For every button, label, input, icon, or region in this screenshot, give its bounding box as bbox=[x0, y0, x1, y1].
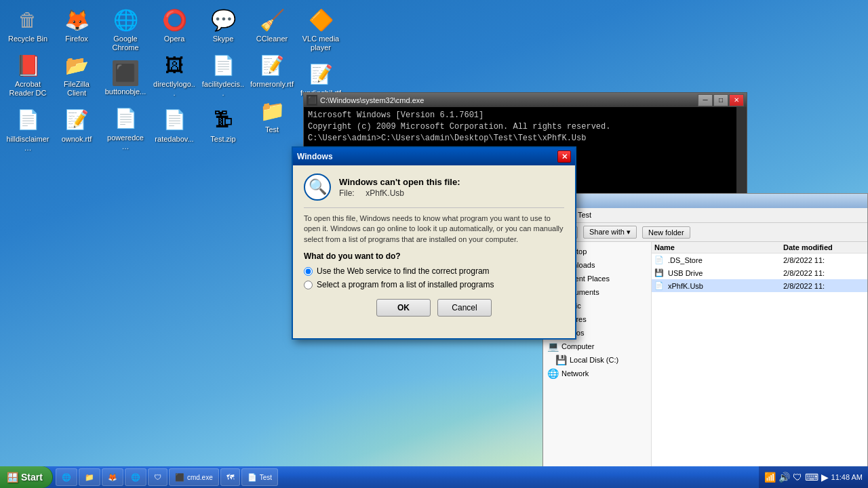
explorer2-taskbar-label: Test bbox=[260, 474, 272, 481]
cmd-close-button[interactable]: ✕ bbox=[729, 94, 744, 106]
ds-store-name: .DS_Store bbox=[668, 256, 779, 264]
desktop-icon-acrobat[interactable]: 📕 Acrobat Reader DC bbox=[3, 49, 52, 100]
tray-clock[interactable]: 11:48 AM bbox=[831, 472, 863, 482]
file-row-usb-drive[interactable]: 💾 USB Drive 2/8/2022 11: bbox=[652, 266, 867, 279]
installed-programs-radio[interactable] bbox=[304, 281, 313, 289]
desktop-icon-firefox[interactable]: 🦊 Firefox bbox=[52, 3, 101, 46]
start-button[interactable]: 🪟 Start bbox=[0, 466, 53, 488]
taskbar-chrome[interactable]: 🌐 bbox=[125, 468, 146, 486]
desktop-icon-ownok[interactable]: 📝 ownok.rtf bbox=[52, 104, 101, 146]
sidebar-item-computer[interactable]: 💻 Computer bbox=[543, 340, 651, 353]
test-label: Test bbox=[265, 125, 279, 134]
taskbar-explorer[interactable]: 📁 bbox=[79, 468, 100, 486]
computer-sidebar-icon: 💻 bbox=[547, 341, 559, 352]
formeronly-icon: 📝 bbox=[258, 52, 285, 79]
sidebar-item-network[interactable]: 🌐 Network bbox=[543, 367, 651, 380]
desktop-icon-poweredce[interactable]: 📄 poweredce… bbox=[101, 102, 150, 154]
hilldisclaimer-label: hilldisclaimer… bbox=[6, 135, 50, 152]
desktop-icon-vlc[interactable]: 🔶 VLC media player bbox=[296, 3, 345, 55]
desktop-icon-test[interactable]: 📁 Test bbox=[248, 94, 296, 137]
desktop-icon-buttonobj[interactable]: ⬛ buttonobje... bbox=[101, 58, 150, 99]
desktop-icon-formeronly[interactable]: 📝 formeronly.rtf bbox=[248, 49, 296, 92]
tray-network-icon[interactable]: 📶 bbox=[764, 472, 776, 483]
cancel-button[interactable]: Cancel bbox=[437, 299, 492, 317]
dialog-titlebar: Windows ✕ bbox=[293, 148, 575, 165]
tray-anyrun-icon[interactable]: ▶ bbox=[821, 472, 829, 483]
dialog-title: Windows bbox=[297, 152, 333, 161]
testzip-label: Test.zip bbox=[210, 135, 235, 144]
cmd-line-1: Microsoft Windows [Version 6.1.7601] bbox=[308, 110, 743, 121]
poweredce-label: poweredce… bbox=[104, 134, 147, 151]
desktop-icon-recycle-bin[interactable]: 🗑 Recycle Bin bbox=[3, 3, 52, 46]
web-service-radio[interactable] bbox=[304, 267, 313, 276]
network-sidebar-icon: 🌐 bbox=[547, 368, 559, 379]
web-service-label: Use the Web service to find the correct … bbox=[317, 266, 490, 276]
cmd-minimize-button[interactable]: ─ bbox=[698, 94, 713, 106]
taskbar-map[interactable]: 🗺 bbox=[220, 468, 240, 486]
skype-icon: 💬 bbox=[210, 6, 237, 33]
ccleaner-icon: 🧹 bbox=[258, 6, 285, 33]
explorer-address-bar: ▶ Test ▶ Test bbox=[543, 208, 867, 223]
dialog-option-web-service[interactable]: Use the Web service to find the correct … bbox=[304, 266, 564, 276]
taskbar-firefox[interactable]: 🦊 bbox=[102, 468, 123, 486]
firefox-icon: 🦊 bbox=[63, 6, 90, 33]
desktop-icon-facilitydecis[interactable]: 📄 facilitydecis... bbox=[199, 49, 248, 100]
explorer-column-headers: Name Date modified bbox=[652, 242, 867, 253]
cmd-window-buttons: ─ □ ✕ bbox=[698, 94, 744, 106]
taskbar: 🪟 Start 🌐 📁 🦊 🌐 🛡 ⬛ cmd.exe 🗺 📄 Test bbox=[0, 466, 868, 488]
vlc-icon: 🔶 bbox=[307, 6, 334, 33]
taskbar-security[interactable]: 🛡 bbox=[148, 468, 167, 486]
new-folder-button[interactable]: New folder bbox=[642, 226, 690, 239]
map-taskbar-icon: 🗺 bbox=[226, 473, 234, 481]
ratedabov-icon: 📄 bbox=[161, 106, 188, 134]
hilldisclaimer-icon: 📄 bbox=[14, 106, 41, 134]
desktop-icon-testzip[interactable]: 🗜 Test.zip bbox=[199, 104, 248, 146]
file-row-xphfk[interactable]: 📄 xPhfK.Usb 2/8/2022 11: bbox=[652, 279, 867, 292]
cmd-line-4: C:\Users\admin>C:\Users\admin\Desktop\Te… bbox=[308, 133, 743, 144]
sidebar-item-localdisk[interactable]: 💾 Local Disk (C:) bbox=[543, 353, 651, 367]
fundingbil-icon: 📝 bbox=[307, 60, 334, 87]
vlc-label: VLC media player bbox=[299, 35, 342, 52]
taskbar-cmd[interactable]: ⬛ cmd.exe bbox=[169, 468, 219, 486]
dialog-close-button[interactable]: ✕ bbox=[557, 150, 571, 163]
directlylogo-icon: 🖼 bbox=[161, 52, 188, 79]
dialog-description: To open this file, Windows needs to know… bbox=[304, 207, 564, 245]
poweredce-icon: 📄 bbox=[112, 105, 139, 132]
desktop-icon-ratedabov[interactable]: 📄 ratedabov... bbox=[150, 104, 199, 146]
explorer-window: 📁 Test ▶ Test ▶ Test Open Share with ▾ N… bbox=[542, 193, 868, 466]
tray-input-icon[interactable]: ⌨ bbox=[805, 472, 818, 483]
desktop-icons: 🗑 Recycle Bin 📕 Acrobat Reader DC 📄 hill… bbox=[3, 3, 345, 155]
dialog-file-name: xPhfK.Usb bbox=[366, 188, 404, 198]
ccleaner-label: CCleaner bbox=[256, 35, 288, 43]
windows-dialog: Windows ✕ 🔍 Windows can't open this file… bbox=[292, 146, 576, 340]
desktop-icon-hilldisclaimer[interactable]: 📄 hilldisclaimer… bbox=[3, 104, 52, 155]
cmd-maximize-button[interactable]: □ bbox=[713, 94, 728, 106]
ratedabov-label: ratedabov... bbox=[155, 135, 193, 144]
usb-drive-date: 2/8/2022 11: bbox=[783, 269, 865, 277]
taskbar-explorer2[interactable]: 📄 Test bbox=[241, 468, 278, 486]
share-with-button[interactable]: Share with ▾ bbox=[583, 226, 637, 239]
ds-store-icon: 📄 bbox=[654, 256, 664, 264]
desktop-icon-filezilla[interactable]: 📂 FileZilla Client bbox=[52, 49, 101, 100]
sidebar-computer-label: Computer bbox=[561, 342, 594, 350]
desktop-icon-opera[interactable]: ⭕ Opera bbox=[150, 3, 199, 46]
dialog-option-installed-programs[interactable]: Select a program from a list of installe… bbox=[304, 280, 564, 289]
skype-label: Skype bbox=[213, 35, 234, 43]
taskbar-ie[interactable]: 🌐 bbox=[56, 468, 77, 486]
tray-security-icon[interactable]: 🛡 bbox=[793, 472, 802, 483]
explorer-body: 🖥 Desktop ⬇ Downloads ⭐ Recent Places 📁 … bbox=[543, 242, 867, 466]
security-taskbar-icon: 🛡 bbox=[154, 473, 161, 481]
opera-icon: ⭕ bbox=[161, 6, 188, 33]
desktop-icon-directlylogo[interactable]: 🖼 directlylogo... bbox=[150, 49, 199, 100]
desktop-icon-ccleaner[interactable]: 🧹 CCleaner bbox=[248, 3, 296, 46]
desktop-icon-chrome[interactable]: 🌐 Google Chrome bbox=[101, 3, 150, 55]
filezilla-icon: 📂 bbox=[63, 52, 90, 79]
explorer-toolbar: Open Share with ▾ New folder bbox=[543, 223, 867, 242]
dialog-question: What do you want to do? bbox=[304, 251, 564, 261]
ok-button[interactable]: OK bbox=[376, 299, 431, 317]
file-row-ds-store[interactable]: 📄 .DS_Store 2/8/2022 11: bbox=[652, 253, 867, 266]
tray-volume-icon[interactable]: 🔊 bbox=[778, 472, 790, 483]
facilitydecis-icon: 📄 bbox=[210, 52, 237, 79]
start-label: Start bbox=[21, 472, 43, 483]
desktop-icon-skype[interactable]: 💬 Skype bbox=[199, 3, 248, 46]
